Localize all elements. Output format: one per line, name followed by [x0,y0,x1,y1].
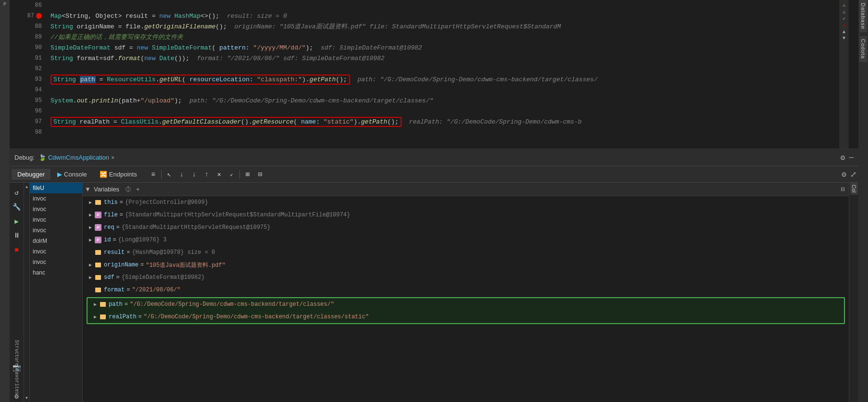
var-path[interactable]: ▶ path = "/G:/DemoCode/Spring-Demo/cdwm-… [88,298,844,311]
tab-debugger-label: Debugger [17,171,45,178]
frame-item-invoc2[interactable]: invoc [30,204,82,214]
code-lines: 86 87 Map<String, Object> result = new H… [10,0,858,149]
frame-item-dolrM[interactable]: dolrM [30,236,82,246]
variables-add-icon[interactable]: + [136,186,140,193]
var-req[interactable]: ▶ P req = {StandardMultipartHttpServletR… [83,221,849,234]
var-realpath-eq: = [138,314,142,320]
var-req-expand[interactable]: ▶ [87,224,94,231]
app-name-text: CdwmCmsApplication [48,154,109,161]
debug-tabs-right: ⚙ ⤢ [842,170,856,179]
line-number-88: 88 [35,23,42,30]
debug-header: Debug: 🍃 CdwmCmsApplication × ⚙ — [10,149,858,166]
var-id[interactable]: ▶ P id = {Long@10976} 3 [83,234,849,246]
line-gutter-96: 96 [10,108,46,114]
var-result-expand [87,249,94,256]
green-box-highlight: ▶ path = "/G:/DemoCode/Spring-Demo/cdwm-… [87,297,845,324]
structure-icon-btn[interactable]: Structure [14,347,19,359]
var-originname-expand[interactable]: ▶ [87,261,94,269]
warning-indicator: ⚠ [843,2,845,8]
debug-close-button[interactable]: × [111,154,114,161]
col-panel-label[interactable]: Col [850,183,858,195]
frame-item-invoc3[interactable]: invoc [30,214,82,225]
var-sdf-eq: = [116,274,120,281]
var-path-name: path [109,301,123,308]
var-result[interactable]: result = {HashMap@10978} size = 0 [83,246,849,259]
pause-icon-btn[interactable]: ⏸ [11,230,23,241]
line-number-97: 97 [35,118,42,125]
frames-up-arrow[interactable]: ▲ [25,185,28,189]
var-sdf-expand[interactable]: ▶ [87,274,94,281]
toolbar-btn-split[interactable]: ⊟ [254,169,266,180]
var-sdf-value: {SimpleDateFormat@10982} [122,274,205,281]
var-this-expand[interactable]: ▶ [87,199,94,206]
debug-toolbar-buttons: ≡ ↖ ↓ ↓ ↑ ✕ ↙ ⊞ ⊟ [148,169,266,180]
toolbar-btn-list[interactable]: ≡ [148,169,159,180]
refresh-icon-btn[interactable]: ↺ [11,187,23,198]
line-gutter-86: 86 [10,2,46,9]
var-path-icon [99,301,107,308]
variables-section-header: ▼ Variables ⏀ + ⊟ [83,183,849,196]
debug-panel: Debug: 🍃 CdwmCmsApplication × ⚙ — Debugg… [10,149,858,402]
var-sdf-name: sdf [104,274,114,281]
code-line-91: 91 String format=sdf.format(new Date());… [10,53,858,63]
var-originname-value: "105道Java面试题资料.pdf" [146,261,226,269]
toolbar-btn-eval[interactable]: ↙ [226,169,238,180]
var-req-eq: = [116,224,120,231]
toolbar-btn-step-into[interactable]: ↓ [176,169,188,180]
var-this-icon [94,199,102,206]
panel-maximize-icon[interactable]: ⤢ [850,170,856,179]
var-format[interactable]: format = "/2021/08/06/" [83,284,849,296]
codota-panel-label[interactable]: Codota [859,36,867,62]
frame-item-invoc6[interactable]: invoc [30,257,82,267]
config-icon-btn[interactable]: Favorites [14,376,19,388]
line-gutter-92: 92 [10,65,46,72]
var-realpath[interactable]: ▶ realPath = "/G:/DemoCode/Spring-Demo/c… [88,311,844,323]
var-id-expand[interactable]: ▶ [87,236,94,244]
code-line-94: 94 [10,85,858,95]
frame-item-invoc5[interactable]: invoc [30,246,82,257]
stop-icon-btn[interactable]: ■ [11,244,23,256]
line-gutter-90: 90 [10,44,46,51]
toolbar-btn-step-out[interactable]: ↓ [189,169,200,180]
code-line-98: 98 [10,127,858,138]
var-file[interactable]: ▶ P file = {StandardMultipartHttpServlet… [83,209,849,221]
tab-endpoints[interactable]: 🔀 Endpoints [94,169,143,180]
frames-down-arrow[interactable]: ▼ [25,396,28,400]
var-originname-icon [94,262,102,268]
line-content-91: String format=sdf.format(new Date()); fo… [46,55,858,62]
toolbar-btn-table[interactable]: ⊞ [242,169,253,180]
var-file-expand[interactable]: ▶ [87,211,94,219]
code-line-97: 97 String realPath = ClassUtils.getDefau… [10,116,858,127]
line-gutter-95: 95 [10,97,46,104]
error-indicator: ✕ [843,23,845,28]
var-sdf[interactable]: ▶ sdf = {SimpleDateFormat@10982} [83,271,849,284]
frame-item-hanc[interactable]: hanc [30,267,82,278]
wrench-icon-btn[interactable]: 🔧 [11,201,23,213]
settings-icon[interactable]: ⚙ [841,153,845,163]
var-path-expand[interactable]: ▶ [91,301,99,308]
toolbar-btn-step-up[interactable]: ↑ [201,169,213,180]
tab-debugger[interactable]: Debugger [12,169,50,180]
tab-console[interactable]: ▶ Console [51,169,93,180]
breakpoint-87[interactable] [36,13,42,19]
var-result-value: {HashMap@10978} size = 0 [132,249,215,256]
toolbar-btn-drop-frame[interactable]: ✕ [214,169,225,180]
var-realpath-expand[interactable]: ▶ [91,313,99,321]
toolbar-btn-step-over[interactable]: ↖ [164,169,175,180]
frame-item-invoc1[interactable]: invoc [30,193,82,204]
play-icon-btn[interactable]: ▶ [11,215,23,227]
var-this[interactable]: ▶ this = {ProjectController@9699} [83,196,849,209]
gear-icon-btn[interactable]: ⚙ [11,390,23,402]
frame-item-invoc4[interactable]: invoc [30,225,82,236]
variables-chevron-down[interactable]: ▼ [85,186,91,193]
var-originname[interactable]: ▶ originName = "105道Java面试题资料.pdf" [83,259,849,271]
var-this-eq: = [120,199,123,206]
panel-settings-icon[interactable]: ⚙ [842,170,846,179]
database-panel-label[interactable]: Database [859,0,867,32]
var-req-value: {StandardMultipartHttpServletRequest@109… [122,224,271,231]
var-format-expand [87,286,94,294]
variables-filter-icon[interactable]: ⏀ [125,186,131,193]
minimize-icon[interactable]: — [849,153,854,162]
frame-item-fileU[interactable]: fileU [30,183,82,193]
variables-collapse-all[interactable]: ⊟ [841,186,845,192]
